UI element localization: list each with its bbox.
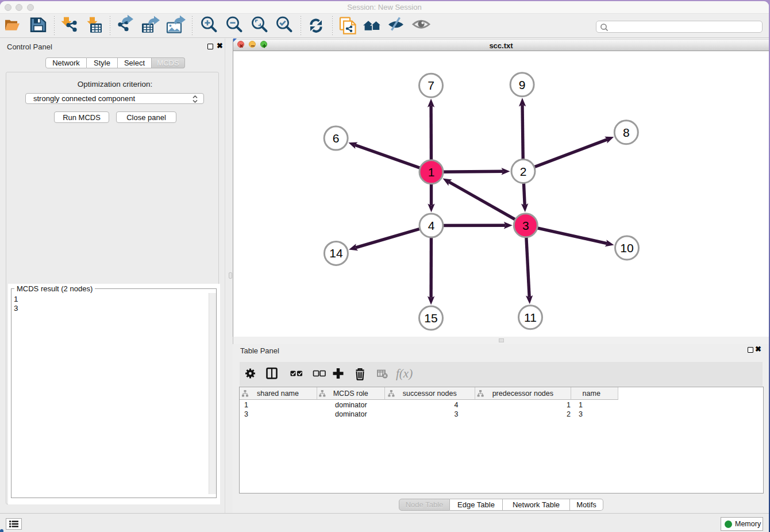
svg-text:f(x): f(x) — [396, 367, 413, 380]
svg-text:3: 3 — [522, 219, 529, 232]
svg-text:8: 8 — [623, 126, 630, 139]
svg-text:15: 15 — [424, 311, 437, 325]
svg-text:1: 1 — [428, 165, 435, 179]
svg-text:11: 11 — [524, 311, 537, 324]
svg-text:2: 2 — [520, 165, 527, 178]
svg-text:4: 4 — [428, 219, 435, 232]
svg-text:6: 6 — [333, 132, 340, 145]
svg-text:10: 10 — [620, 241, 633, 255]
svg-text:9: 9 — [519, 78, 526, 91]
svg-text:14: 14 — [329, 246, 343, 260]
svg-text:7: 7 — [428, 79, 434, 92]
